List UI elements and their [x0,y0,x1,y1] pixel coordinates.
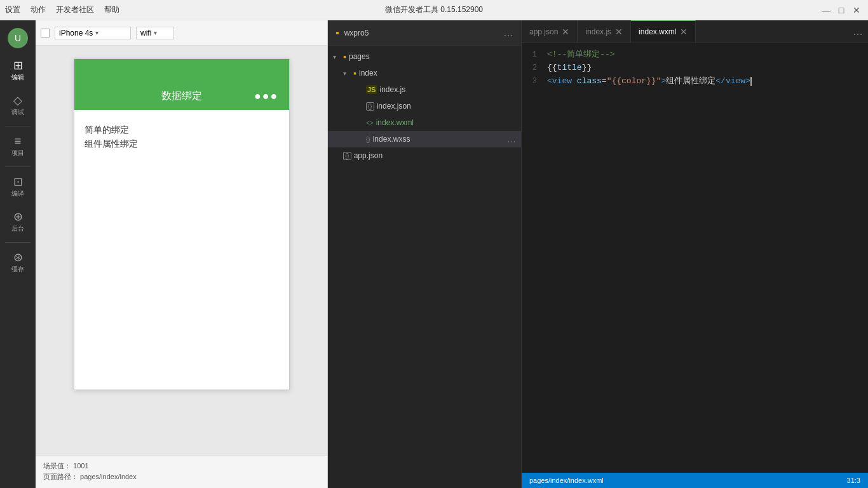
tree-item-pages[interactable]: ▾ ▪ pages [328,48,521,65]
sidebar-item-editor[interactable]: ⊞ 编辑 [0,53,36,88]
simulator-content: 数据绑定 ●●● 简单的绑定 组件属性绑定 [36,46,327,455]
phone-page-title: 数据绑定 [161,90,202,103]
sidebar-divider [5,126,31,126]
phone-text-line-1: 简单的绑定 [85,123,279,137]
pages-arrow-icon: ▾ [333,53,341,60]
code-content-3: <view class="{{color}}">组件属性绑定</view> [547,75,752,88]
path-label: 页面路径： [43,473,78,480]
menu-help[interactable]: 帮助 [104,4,119,15]
line-number-2: 2 [522,62,547,74]
path-value: pages/index/index [80,473,137,480]
close-button[interactable]: ✕ [850,4,863,17]
menu-settings[interactable]: 设置 [5,4,20,15]
index-wxss-more[interactable]: … [507,134,516,144]
code-content-2: {{title}} [547,62,592,75]
simulator-bottom: 场景值： 1001 页面路径： pages/index/index [36,455,327,488]
index-json-icon: {} [366,102,374,111]
code-line-2: 2 {{title}} [522,62,868,75]
tree-item-index-dir[interactable]: ▾ ▪ index [328,65,521,81]
index-dir-arrow-icon: ▾ [343,70,351,77]
index-js-icon: JS [366,85,377,94]
tab-app-json[interactable]: app.json ✕ [522,20,578,43]
index-json-label: index.json [377,102,521,111]
tab-index-js-close[interactable]: ✕ [615,27,623,37]
tab-index-wxml-close[interactable]: ✕ [680,27,688,37]
explorer-more-button[interactable]: … [503,27,513,39]
avatar[interactable]: U [8,28,28,48]
tab-index-wxml[interactable]: index.wxml ✕ [631,20,696,43]
project-icon: ≡ [15,135,22,147]
explorer-project-name: wxpro5 [344,29,498,37]
editor-content[interactable]: 1 <!--简单绑定--> 2 {{title}} 3 <view class=… [522,43,868,473]
debug-icon: ◇ [13,95,22,106]
store-icon: ⊛ [13,252,23,263]
code-line-3: 3 <view class="{{color}}">组件属性绑定</view> [522,75,868,88]
tab-app-json-close[interactable]: ✕ [562,27,569,37]
network-name: wifi [140,29,151,37]
window-controls: — □ ✕ [820,4,863,17]
pages-folder-icon: ▪ [343,51,346,62]
tab-index-js-label: index.js [585,27,611,36]
device-name: iPhone 4s [59,29,93,37]
sidebar-label-store: 缓存 [11,265,24,274]
tree-item-index-wxml[interactable]: ▸ <> index.wxml [328,114,521,131]
simulator-toolbar: iPhone 4s ▾ wifi ▾ [36,20,327,46]
titlebar: 设置 动作 开发者社区 帮助 微信开发者工具 0.15.152900 — □ ✕ [0,0,868,20]
index-dir-folder-icon: ▪ [353,68,356,78]
tab-index-js[interactable]: index.js ✕ [578,20,631,43]
index-wxml-label: index.wxml [376,118,521,127]
index-dir-label: index [359,69,521,78]
index-js-label: index.js [379,85,521,94]
scene-value-line: 场景值： 1001 [43,461,320,472]
app-title: 微信开发者工具 0.15.152900 [385,4,483,15]
scene-label: 场景值： [43,462,71,470]
code-content-1: <!--简单绑定--> [547,48,615,62]
app-json-icon: {} [343,152,351,160]
menu-community[interactable]: 开发者社区 [56,4,94,15]
sidebar-label-project: 项目 [11,149,24,158]
phone-title-bar: 数据绑定 ●●● [74,82,289,110]
minimize-button[interactable]: — [820,4,832,17]
phone-frame: 数据绑定 ●●● 简单的绑定 组件属性绑定 [74,58,290,390]
editor-icon: ⊞ [13,60,23,71]
line-number-3: 3 [522,76,547,88]
menu-actions[interactable]: 动作 [31,4,46,15]
sidebar-label-backend: 后台 [11,224,24,233]
device-dropdown-arrow: ▾ [95,29,98,36]
maximize-button[interactable]: □ [835,4,848,17]
index-wxss-label: index.wxss [373,135,505,144]
scene-value: 1001 [73,462,88,470]
sidebar-item-project[interactable]: ≡ 项目 [0,129,36,164]
tree-item-index-js[interactable]: ▸ JS index.js [328,81,521,98]
tree-item-index-wxss[interactable]: ▸ {} index.wxss … [328,131,521,147]
line-number-1: 1 [522,49,547,61]
code-line-1: 1 <!--简单绑定--> [522,48,868,62]
phone-text-line-2: 组件属性绑定 [85,137,279,151]
device-select[interactable]: iPhone 4s ▾ [55,27,131,39]
sidebar: U ⊞ 编辑 ◇ 调试 ≡ 项目 ⊡ 编译 ⊕ 后台 ⊛ 缓存 [0,20,36,488]
tree-item-index-json[interactable]: ▸ {} index.json [328,98,521,114]
statusbar-path: pages/index/index.wxml [529,477,604,484]
simulator-checkbox[interactable] [41,29,50,37]
sidebar-item-compile[interactable]: ⊡ 编译 [0,170,36,205]
statusbar-cursor: 31:3 [847,477,860,484]
path-value-line: 页面路径： pages/index/index [43,471,320,483]
simulator-panel: iPhone 4s ▾ wifi ▾ 数据绑定 ●●● 简单的绑定 组件属性绑定 [36,20,328,488]
editor-tabs: app.json ✕ index.js ✕ index.wxml ✕ … [522,20,868,43]
sidebar-item-backend[interactable]: ⊕ 后台 [0,205,36,240]
sidebar-item-store[interactable]: ⊛ 缓存 [0,245,36,280]
app-json-label: app.json [354,151,521,160]
network-dropdown-arrow: ▾ [154,29,157,36]
sidebar-divider-2 [5,166,31,167]
tab-app-json-label: app.json [529,27,558,36]
tab-index-wxml-label: index.wxml [639,27,676,36]
index-wxss-icon: {} [366,136,370,143]
sidebar-item-debug[interactable]: ◇ 调试 [0,88,36,123]
tree-item-app-json[interactable]: ▸ {} app.json [328,147,521,164]
sidebar-label-compile: 编译 [11,189,24,198]
editor-tabs-more[interactable]: … [848,26,868,37]
pages-label: pages [349,52,521,61]
editor-panel: app.json ✕ index.js ✕ index.wxml ✕ … 1 <… [522,20,868,488]
editor-statusbar: pages/index/index.wxml 31:3 [522,473,868,488]
network-select[interactable]: wifi ▾ [136,27,174,39]
